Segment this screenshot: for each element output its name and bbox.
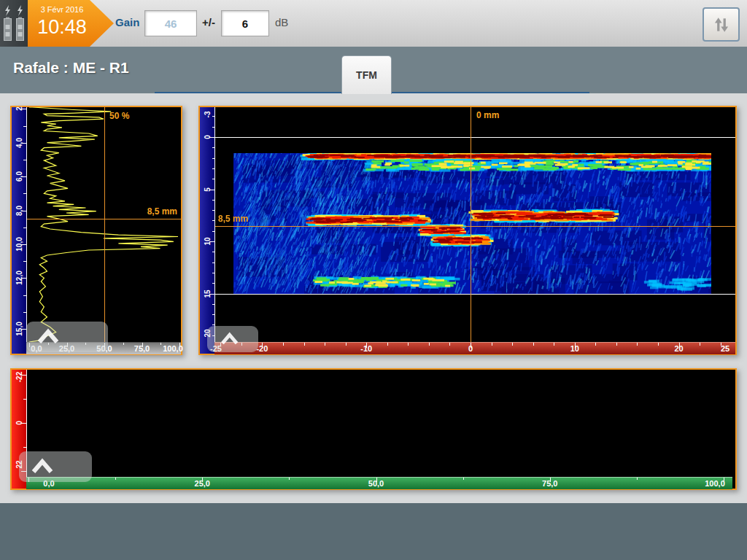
plusminus-label: +/-: [202, 16, 215, 28]
axis-tick: [492, 343, 492, 346]
date-label: 3 Févr 2016: [34, 5, 90, 14]
axis-tick: [512, 343, 513, 346]
ascan-trace: [26, 107, 181, 342]
battery2-icon: [15, 4, 26, 42]
ascan-depth-cursor[interactable]: [27, 219, 181, 219]
bottom-toolbar: Temps (s) 1140 Version 1.3.2 - BLISTERIN…: [0, 503, 747, 560]
tfm-backwall-line: [214, 294, 735, 295]
tfm-x-cursor[interactable]: [471, 107, 471, 342]
axis-tick: [595, 343, 596, 346]
ascan-depth-label: 8,5 mm: [147, 206, 177, 217]
page-title: Rafale : ME - R1: [13, 59, 129, 77]
axis-tick: [616, 343, 617, 346]
axis-tick-label: -3: [200, 104, 214, 125]
strip-expand-button[interactable]: [19, 451, 92, 482]
axis-tick-label: 0: [456, 344, 485, 353]
axis-tick-label: 75,0: [535, 479, 565, 488]
up-down-arrows-icon: [712, 15, 731, 34]
tfm-panel[interactable]: 0 mm 8,5 mm -25-20-100102025 -305101520: [198, 106, 737, 355]
application-window: 3 Févr 2016 10:48 Gain +/- dB Rafale : M…: [0, 0, 747, 560]
axis-tick: [123, 343, 124, 345]
axis-tick: [346, 343, 347, 346]
axis-tick-label: 100,0: [700, 479, 729, 488]
axis-tick: [429, 343, 430, 346]
axis-tick: [325, 343, 325, 346]
axis-tick: [637, 478, 638, 480]
axis-tick-label: 0: [12, 412, 26, 434]
gain-label: Gain: [115, 16, 139, 28]
tfm-depth-cursor[interactable]: [215, 226, 735, 227]
axis-tick-label: 100,0: [158, 344, 187, 353]
axis-tick: [700, 343, 700, 346]
strip-chart-panel[interactable]: 0,025,050,075,0100,0 -22022: [10, 368, 737, 490]
axis-tick-label: 75,0: [128, 344, 157, 353]
axis-tick-label: 2: [12, 98, 26, 120]
axis-tick-label: 0: [200, 126, 214, 148]
datetime-banner: 3 Févr 2016 10:48: [28, 0, 114, 47]
axis-tick-label: -10: [352, 344, 381, 353]
axis-tick-label: 4,0: [12, 132, 26, 154]
battery-status-panel: [0, 0, 28, 47]
axis-tick-label: 8,0: [12, 200, 26, 222]
chevron-up-icon: [29, 457, 61, 476]
db-unit-label: dB: [275, 16, 288, 28]
ascan-percent-label: 50 %: [109, 111, 129, 121]
axis-tick: [289, 478, 290, 480]
axis-tick: [304, 343, 305, 346]
top-bar: 3 Févr 2016 10:48 Gain +/- dB: [0, 0, 747, 47]
ascan-amplitude-cursor[interactable]: [104, 107, 105, 342]
updown-button[interactable]: [703, 7, 740, 42]
axis-tick: [115, 478, 116, 480]
axis-tick-label: 10: [200, 230, 214, 252]
axis-tick-label: -22: [12, 366, 26, 388]
time-label: 10:48: [29, 16, 95, 39]
tfm-x-cursor-label: 0 mm: [476, 110, 499, 120]
tfm-zero-depth-line: [214, 137, 735, 138]
axis-tick-label: 12,0: [12, 267, 26, 289]
axis-tick-label: 5: [200, 179, 214, 201]
chevron-up-icon: [219, 331, 245, 347]
battery1-icon: [2, 4, 13, 42]
strip-x-axis: 0,025,050,075,0100,0: [26, 477, 732, 489]
axis-tick-label: 20: [665, 344, 694, 353]
tfm-image[interactable]: [233, 153, 711, 294]
axis-tick-label: 50,0: [362, 479, 391, 488]
tfm-expand-button[interactable]: [207, 326, 258, 352]
axis-tick-label: 10: [560, 344, 589, 353]
tab-tfm[interactable]: TFM: [341, 55, 392, 94]
axis-tick: [533, 343, 534, 346]
ascan-expand-button[interactable]: [26, 322, 108, 352]
axis-tick: [283, 343, 284, 346]
axis-tick: [449, 343, 450, 346]
tfm-depth-cursor-label: 8,5 mm: [218, 214, 248, 224]
axis-tick: [554, 343, 554, 346]
axis-tick-label: 6,0: [12, 166, 26, 187]
tfm-axis-line: [214, 107, 215, 342]
axis-tick: [637, 343, 638, 346]
axis-tick: [408, 343, 409, 346]
axis-tick: [463, 478, 464, 480]
axis-tick-label: 10,0: [12, 233, 26, 255]
axis-tick: [658, 343, 659, 346]
axis-tick-label: 25,0: [187, 479, 217, 488]
gain-input[interactable]: [144, 10, 197, 36]
axis-tick: [387, 343, 388, 346]
chevron-up-icon: [35, 327, 67, 346]
axis-tick-label: 15,0: [12, 318, 26, 340]
ascan-panel[interactable]: 50 % 8,5 mm 0,025,050,075,0100,0 24,06,0…: [10, 106, 182, 355]
gain-step-input[interactable]: [221, 10, 269, 36]
axis-tick-label: 15: [200, 283, 214, 305]
axis-tick-label: 25: [711, 344, 740, 353]
tfm-scan-axis: -25-20-100102025: [214, 342, 735, 354]
